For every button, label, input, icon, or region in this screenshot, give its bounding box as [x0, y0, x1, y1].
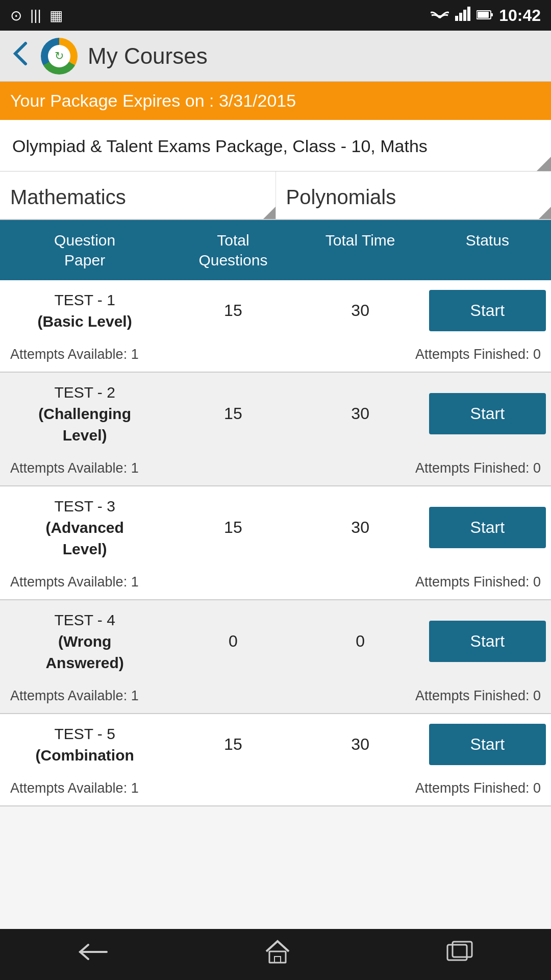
- col-header-status: Status: [424, 220, 551, 280]
- test-questions-3: 15: [169, 518, 296, 537]
- test-row-3: TEST - 3(AdvancedLevel) 15 30 Start Atte…: [0, 486, 551, 600]
- attempts-finished-3: Attempts Finished: 0: [415, 574, 541, 590]
- attempts-row-2: Attempts Available: 1 Attempts Finished:…: [0, 455, 551, 485]
- back-nav-button[interactable]: [78, 941, 109, 968]
- test-row-1: TEST - 1(Basic Level) 15 30 Start Attemp…: [0, 280, 551, 373]
- attempts-finished-2: Attempts Finished: 0: [415, 460, 541, 476]
- test-questions-1: 15: [169, 301, 296, 320]
- start-btn-3[interactable]: Start: [429, 507, 546, 548]
- svg-rect-2: [463, 10, 466, 21]
- test-time-1: 30: [297, 301, 424, 320]
- status-time: 10:42: [499, 6, 541, 25]
- test-name-5: TEST - 5(Combination: [0, 723, 169, 766]
- test-name-3: TEST - 3(AdvancedLevel): [0, 496, 169, 560]
- attempts-row-4: Attempts Available: 1 Attempts Finished:…: [0, 683, 551, 713]
- attempts-available-1: Attempts Available: 1: [10, 347, 139, 362]
- battery-icon: [477, 7, 493, 23]
- table-header: QuestionPaper TotalQuestions Total Time …: [0, 220, 551, 280]
- attempts-row-5: Attempts Available: 1 Attempts Finished:…: [0, 775, 551, 805]
- svg-rect-3: [467, 7, 470, 21]
- attempts-row-3: Attempts Available: 1 Attempts Finished:…: [0, 569, 551, 599]
- test-row-4: TEST - 4(WrongAnswered) 0 0 Start Attemp…: [0, 600, 551, 714]
- status-left-icons: ⊙ ||| ▦: [10, 7, 63, 24]
- start-button-5[interactable]: Start: [424, 724, 551, 765]
- start-button-1[interactable]: Start: [424, 290, 551, 331]
- test-time-4: 0: [297, 632, 424, 651]
- test-time-5: 30: [297, 735, 424, 754]
- home-nav-button[interactable]: [264, 939, 291, 970]
- status-right-icons: 10:42: [431, 6, 541, 25]
- attempts-finished-4: Attempts Finished: 0: [415, 688, 541, 704]
- attempts-available-3: Attempts Available: 1: [10, 574, 139, 590]
- svg-rect-6: [478, 12, 489, 18]
- expiry-banner: Your Package Expires on : 3/31/2015: [0, 82, 551, 120]
- svg-rect-5: [491, 13, 493, 16]
- topic-dropdown-icon: [539, 207, 551, 219]
- selectors-row: Mathematics Polynomials: [0, 172, 551, 220]
- test-row-2: TEST - 2(ChallengingLevel) 15 30 Start A…: [0, 373, 551, 486]
- app-logo: ↻: [41, 38, 78, 75]
- col-header-time: Total Time: [297, 220, 424, 280]
- subject-selector[interactable]: Mathematics: [0, 172, 276, 219]
- test-name-4: TEST - 4(WrongAnswered): [0, 609, 169, 674]
- attempts-finished-5: Attempts Finished: 0: [415, 780, 541, 796]
- start-btn-5[interactable]: Start: [429, 724, 546, 765]
- test-name-1: TEST - 1(Basic Level): [0, 289, 169, 332]
- logo-arrow-icon: ↻: [55, 50, 64, 63]
- back-button[interactable]: [10, 41, 31, 71]
- image-icon: ▦: [49, 7, 63, 24]
- subject-dropdown-icon: [263, 207, 276, 219]
- signal-icon: [455, 7, 470, 24]
- start-btn-2[interactable]: Start: [429, 393, 546, 434]
- start-btn-1[interactable]: Start: [429, 290, 546, 331]
- topic-selector[interactable]: Polynomials: [276, 172, 552, 219]
- attempts-finished-1: Attempts Finished: 0: [415, 347, 541, 362]
- app-header: ↻ My Courses: [0, 31, 551, 82]
- test-name-2: TEST - 2(ChallengingLevel): [0, 382, 169, 446]
- recent-nav-button[interactable]: [446, 941, 473, 968]
- attempts-available-4: Attempts Available: 1: [10, 688, 139, 704]
- attempts-available-2: Attempts Available: 1: [10, 460, 139, 476]
- test-questions-4: 0: [169, 632, 296, 651]
- svg-rect-1: [459, 13, 462, 21]
- settings-icon: ⊙: [10, 7, 22, 24]
- start-button-4[interactable]: Start: [424, 621, 551, 662]
- attempts-available-5: Attempts Available: 1: [10, 780, 139, 796]
- start-btn-4[interactable]: Start: [429, 621, 546, 662]
- subject-label: Mathematics: [10, 186, 126, 208]
- bottom-nav: [0, 929, 551, 980]
- wifi-icon: [431, 7, 449, 24]
- test-time-3: 30: [297, 518, 424, 537]
- expiry-text: Your Package Expires on : 3/31/2015: [10, 91, 296, 110]
- test-time-2: 30: [297, 404, 424, 423]
- test-row-5: TEST - 5(Combination 15 30 Start Attempt…: [0, 714, 551, 806]
- svg-rect-8: [274, 957, 281, 963]
- topic-label: Polynomials: [286, 186, 396, 208]
- package-section: Olympiad & Talent Exams Package, Class -…: [0, 120, 551, 172]
- status-bar: ⊙ ||| ▦: [0, 0, 551, 31]
- start-button-2[interactable]: Start: [424, 393, 551, 434]
- col-header-paper: QuestionPaper: [0, 220, 169, 280]
- corner-triangle-icon: [537, 157, 551, 171]
- col-header-questions: TotalQuestions: [169, 220, 296, 280]
- test-questions-2: 15: [169, 404, 296, 423]
- svg-rect-0: [455, 16, 458, 21]
- header-title: My Courses: [88, 43, 208, 69]
- attempts-row-1: Attempts Available: 1 Attempts Finished:…: [0, 341, 551, 372]
- test-questions-5: 15: [169, 735, 296, 754]
- test-rows-container: TEST - 1(Basic Level) 15 30 Start Attemp…: [0, 280, 551, 806]
- barcode-icon: |||: [30, 7, 41, 23]
- package-title: Olympiad & Talent Exams Package, Class -…: [12, 134, 539, 159]
- start-button-3[interactable]: Start: [424, 507, 551, 548]
